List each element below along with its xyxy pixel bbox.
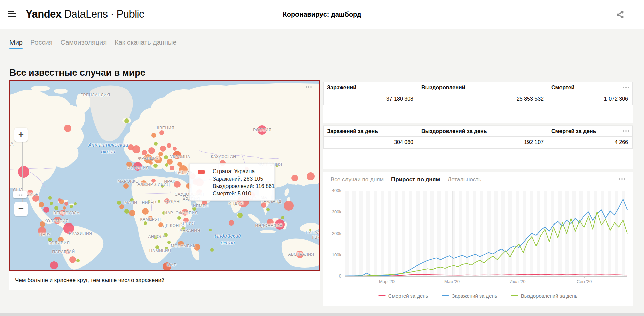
map-case-bubble[interactable] <box>76 259 80 262</box>
map-case-bubble[interactable] <box>153 164 158 168</box>
map-case-bubble[interactable] <box>63 223 74 234</box>
map-zoom-slider-handle[interactable] <box>13 191 27 198</box>
map-case-bubble[interactable] <box>173 151 181 159</box>
map-case-bubble[interactable] <box>50 202 53 205</box>
map-case-bubble[interactable] <box>142 150 147 155</box>
map-case-bubble[interactable] <box>124 119 129 123</box>
legend-item[interactable]: Смертей за день <box>378 293 428 299</box>
map-case-bubble[interactable] <box>192 207 196 211</box>
map-case-bubble[interactable] <box>237 213 243 218</box>
map-case-bubble[interactable] <box>173 147 177 151</box>
nav-tab-2[interactable]: Россия <box>30 38 53 49</box>
map-case-bubble[interactable] <box>266 208 270 211</box>
map-case-bubble[interactable] <box>158 222 163 227</box>
chart-tab-2[interactable]: Прирост по дням <box>391 176 440 183</box>
chart-widget-menu-icon[interactable] <box>619 178 625 180</box>
map-case-bubble[interactable] <box>148 200 150 203</box>
totals-table-menu-icon[interactable] <box>623 87 629 88</box>
map-case-bubble[interactable] <box>141 180 147 186</box>
map-case-bubble[interactable] <box>164 155 168 159</box>
map-case-bubble[interactable] <box>64 125 71 132</box>
map-case-bubble[interactable] <box>158 200 160 203</box>
map-case-bubble[interactable] <box>167 241 171 244</box>
map-case-bubble[interactable] <box>70 205 73 208</box>
map-case-bubble[interactable] <box>164 198 170 204</box>
map-case-bubble[interactable] <box>159 130 164 135</box>
map-case-bubble[interactable] <box>130 198 134 202</box>
legend-item[interactable]: Выздоровлений за день <box>511 293 578 299</box>
share-icon[interactable] <box>615 9 625 20</box>
map-case-bubble[interactable] <box>129 210 135 216</box>
legend-item[interactable]: Заражений за день <box>442 293 497 299</box>
map-case-bubble[interactable] <box>39 202 44 207</box>
map-zoom-out-button[interactable]: − <box>14 202 28 216</box>
nav-tab-3[interactable]: Самоизоляция <box>61 38 107 49</box>
map-case-bubble[interactable] <box>181 227 185 231</box>
map-case-bubble[interactable] <box>27 190 33 196</box>
map-case-bubble[interactable] <box>170 166 174 170</box>
app-logo[interactable]: Yandex DataLens · Public <box>26 8 144 20</box>
map-case-bubble[interactable] <box>210 248 214 252</box>
map-case-bubble[interactable] <box>229 220 234 226</box>
map-case-bubble[interactable] <box>151 133 156 138</box>
map-case-bubble[interactable] <box>148 147 155 154</box>
map-case-bubble[interactable] <box>257 125 267 135</box>
map-case-bubble[interactable] <box>153 235 158 239</box>
map-case-bubble[interactable] <box>155 245 159 249</box>
map-case-bubble[interactable] <box>267 219 274 226</box>
map-case-bubble[interactable] <box>40 221 45 227</box>
map-case-bubble[interactable] <box>284 201 294 211</box>
map-case-bubble[interactable] <box>160 146 166 152</box>
map-case-bubble[interactable] <box>307 172 315 180</box>
map-case-bubble[interactable] <box>149 161 153 165</box>
map-case-bubble[interactable] <box>58 237 64 242</box>
daily-table-menu-icon[interactable] <box>623 130 629 132</box>
map-case-bubble[interactable] <box>124 209 129 214</box>
map-case-bubble[interactable] <box>276 164 278 167</box>
map-case-bubble[interactable] <box>296 251 304 258</box>
map-widget-menu-icon[interactable] <box>306 86 312 88</box>
map-case-bubble[interactable] <box>167 143 171 148</box>
line-chart-plot-area[interactable] <box>345 191 627 276</box>
map-case-bubble[interactable] <box>123 183 129 189</box>
map-case-bubble[interactable] <box>178 241 184 247</box>
nav-tab-4[interactable]: Как скачать данные <box>115 38 177 49</box>
map-case-bubble[interactable] <box>165 247 168 250</box>
map-case-bubble[interactable] <box>291 175 298 181</box>
map-case-bubble[interactable] <box>165 163 168 167</box>
map-case-bubble[interactable] <box>54 217 61 224</box>
map-case-bubble[interactable] <box>194 244 200 251</box>
map-case-bubble[interactable] <box>154 142 158 146</box>
map-case-bubble[interactable] <box>202 201 207 206</box>
map-case-bubble[interactable] <box>128 144 134 150</box>
map-case-bubble[interactable] <box>117 201 121 205</box>
map-case-bubble[interactable] <box>54 206 58 210</box>
map-case-bubble[interactable] <box>154 156 162 163</box>
map-case-bubble[interactable] <box>275 219 285 230</box>
world-bubble-map[interactable]: ГРЕНЛАНДИЯРОССИЯШВЕЦИЯКАНАДАКАЗАХСТАНМОН… <box>9 80 320 271</box>
map-case-bubble[interactable] <box>309 229 311 231</box>
map-case-bubble[interactable] <box>177 216 181 220</box>
map-case-bubble[interactable] <box>151 179 156 183</box>
map-case-bubble[interactable] <box>126 162 132 167</box>
chart-tab-3[interactable]: Летальность <box>448 176 481 183</box>
map-case-bubble[interactable] <box>158 152 163 156</box>
map-case-bubble[interactable] <box>144 221 147 225</box>
map-case-bubble[interactable] <box>142 208 149 215</box>
map-case-bubble[interactable] <box>161 184 164 188</box>
nav-tab-1[interactable]: Мир <box>9 38 23 49</box>
map-case-bubble[interactable] <box>183 218 189 223</box>
chart-tab-1[interactable]: Все случаи по дням <box>331 176 384 183</box>
map-case-bubble[interactable] <box>74 202 77 205</box>
map-case-bubble[interactable] <box>59 210 66 216</box>
menu-hamburger-icon[interactable] <box>8 11 16 18</box>
map-case-bubble[interactable] <box>261 202 266 208</box>
map-case-bubble[interactable] <box>50 261 58 269</box>
map-case-bubble[interactable] <box>281 216 284 219</box>
map-case-bubble[interactable] <box>64 202 68 206</box>
map-case-bubble[interactable] <box>58 198 61 202</box>
map-case-bubble[interactable] <box>43 207 49 213</box>
map-case-bubble[interactable] <box>65 249 70 254</box>
map-case-bubble[interactable] <box>163 262 171 271</box>
map-case-bubble[interactable] <box>162 211 166 215</box>
